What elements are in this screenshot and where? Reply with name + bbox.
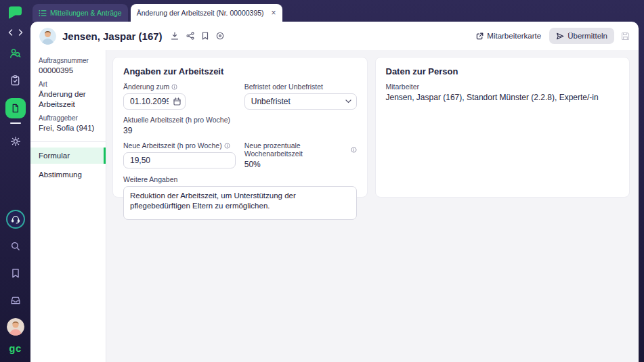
inbox-icon[interactable] [6,291,25,310]
close-icon[interactable]: × [272,9,276,17]
sidebar-item-forms[interactable] [5,98,26,118]
record-actions [171,32,224,40]
uebermitteln-label: Übermitteln [567,32,607,40]
mitarbeiter-label: Mitarbeiter [386,83,620,91]
bookmark-icon[interactable] [202,32,209,40]
neue-arbeitszeit-label: Neue Arbeitszeit (h pro Woche) [123,141,236,150]
tab-bar: Mitteilungen & Anträge Änderung der Arbe… [30,0,639,22]
settings-gear-icon[interactable] [6,132,25,151]
employee-avatar [39,28,56,45]
person-data-card: Daten zur Person Mitarbeiter Jensen, Jas… [375,57,630,198]
content-window: Jensen, Jaspar (167) [30,22,639,362]
card-title: Angaben zur Arbeitszeit [123,66,357,76]
uebermitteln-button[interactable]: Übermitteln [549,28,614,44]
calendar-icon[interactable] [173,97,181,106]
field-label: Auftraggeber [39,114,98,122]
tab-label: Änderung der Arbeitszeit (Nr. 00000395) [137,9,264,17]
history-nav [8,29,23,36]
record-header: Jensen, Jaspar (167) [30,22,639,50]
field-label: Art [39,81,98,88]
divider [30,141,106,142]
nav-item-abstimmung[interactable]: Abstimmung [30,166,106,183]
nav-item-formular[interactable]: Formular [30,148,106,164]
app-root: gc Mitteilungen & Anträge Änderung der A… [0,0,644,362]
weitere-angaben-label: Weitere Angaben [123,175,357,183]
neue-arbeitszeit-field [123,152,236,168]
neue-arbeitszeit-input[interactable] [123,152,236,168]
tab-label: Mitteilungen & Anträge [50,9,122,17]
external-link-icon [476,32,484,40]
befristet-label: Befristet oder Unbefristet [244,83,357,91]
nav-label: Abstimmung [39,171,82,179]
info-icon[interactable] [224,143,230,149]
aktuelle-arbeitszeit-label: Aktuelle Arbeitszeit (h pro Woche) [123,116,357,124]
app-logo[interactable] [8,5,23,20]
card-title: Daten zur Person [386,66,620,76]
request-info-panel: Auftragsnummer 00000395 Art Änderung der… [30,50,106,362]
info-field: Art Änderung der Arbeitszeit [30,81,106,109]
page-title: Jensen, Jaspar (167) [62,30,163,42]
list-icon [39,9,47,17]
aenderung-zum-field [123,93,186,110]
details-icon[interactable] [216,32,224,40]
active-indicator [104,148,106,164]
info-icon[interactable] [351,147,357,153]
sidebar: gc [0,0,30,362]
search-icon[interactable] [6,237,25,256]
tasks-icon[interactable] [6,71,25,90]
main-area: Angaben zur Arbeitszeit Änderung zum [106,50,639,362]
people-search-icon[interactable] [6,44,25,63]
save-icon[interactable] [621,32,630,41]
aktuelle-arbeitszeit-value: 39 [123,126,357,135]
chevron-down-icon [345,99,351,104]
aenderung-zum-label: Änderung zum [123,83,236,91]
field-value: 00000395 [39,66,98,75]
user-avatar[interactable] [7,318,24,336]
prozent-label: Neue prozentuale Wochenarbeitszeit [244,141,357,158]
prozent-value: 50% [244,160,357,169]
download-icon[interactable] [171,32,179,40]
select-value: Unbefristet [251,97,291,106]
info-icon[interactable] [171,84,177,90]
send-icon [556,32,564,40]
document-icon [11,104,20,113]
nav-forward-icon[interactable] [18,29,23,36]
field-value: Frei, Sofia (941) [39,123,98,133]
window-body: Auftragsnummer 00000395 Art Änderung der… [30,50,639,362]
info-field: Auftraggeber Frei, Sofia (941) [30,114,106,133]
befristet-select[interactable]: Unbefristet [244,93,357,110]
tab-aenderung-arbeitszeit[interactable]: Änderung der Arbeitszeit (Nr. 00000395) … [131,4,282,22]
support-headset-icon[interactable] [6,210,25,229]
mitarbeiter-value: Jensen, Jaspar (167), Standort Münster (… [386,93,620,102]
nav-label: Formular [39,152,70,160]
share-icon[interactable] [186,32,194,40]
tab-mitteilungen[interactable]: Mitteilungen & Anträge [33,4,128,22]
field-label: Auftragsnummer [39,57,98,64]
mitarbeiterkarte-button[interactable]: Mitarbeiterkarte [476,32,541,40]
info-field: Auftragsnummer 00000395 [30,57,106,75]
mitarbeiterkarte-label: Mitarbeiterkarte [487,32,541,40]
arbeitszeit-form-card: Angaben zur Arbeitszeit Änderung zum [112,57,368,198]
bookmarks-icon[interactable] [6,264,25,283]
nav-back-icon[interactable] [8,29,13,36]
active-underline [10,122,21,124]
gc-logo: gc [9,342,22,354]
field-value: Änderung der Arbeitszeit [39,89,98,109]
weitere-angaben-textarea[interactable]: Reduktion der Arbeitszeit, um Unterstütz… [123,186,357,220]
